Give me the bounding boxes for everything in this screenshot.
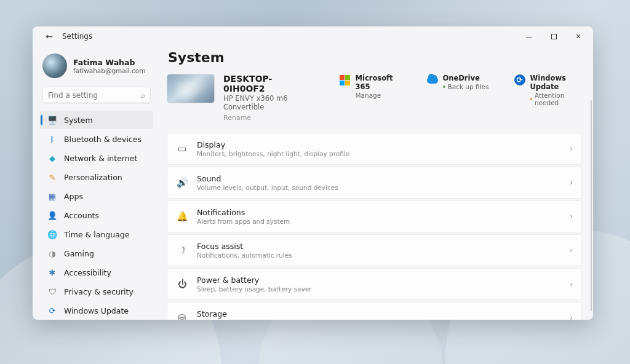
chevron-right-icon: › — [570, 246, 573, 255]
profile-block[interactable]: Fatima Wahab fatiwahab@gmail.com — [42, 53, 153, 78]
chevron-right-icon: › — [570, 280, 573, 288]
nav-item-accounts[interactable]: 👤Accounts — [40, 206, 153, 224]
status-dot-icon — [443, 85, 445, 88]
maximize-button[interactable] — [541, 28, 566, 45]
sidebar: Fatima Wahab fatiwahab@gmail.com ⌕ 🖥️Sys… — [33, 46, 161, 320]
nav-item-network-internet[interactable]: ◆Network & internet — [40, 149, 153, 167]
device-thumbnail[interactable] — [167, 74, 215, 103]
ms365-title: Microsoft 365 — [356, 74, 407, 91]
card-title: Sound — [197, 174, 338, 183]
update-sub: Attention needed — [535, 92, 582, 106]
profile-email: fatiwahab@gmail.com — [73, 67, 145, 74]
nav-item-gaming[interactable]: ◑Gaming — [40, 244, 153, 263]
chevron-right-icon: › — [570, 212, 573, 221]
card-desc: Notifications, automatic rules — [197, 251, 292, 259]
card-title: Focus assist — [197, 242, 292, 251]
status-dot-icon — [530, 98, 532, 100]
nav-icon: 🛡 — [47, 287, 57, 296]
card-title: Display — [197, 140, 349, 149]
titlebar: ← Settings — ✕ — [33, 26, 593, 46]
nav-icon: 👤 — [47, 210, 57, 220]
chevron-right-icon: › — [570, 314, 573, 320]
nav-item-personalization[interactable]: ✎Personalization — [40, 168, 153, 186]
nav-icon: 🌐 — [47, 229, 57, 239]
card-title: Power & battery — [197, 275, 311, 285]
nav-label: Apps — [64, 192, 83, 201]
card-power-battery[interactable]: ⏻Power & batterySleep, battery usage, ba… — [167, 268, 582, 300]
onedrive-sub: Back up files — [448, 83, 489, 90]
avatar — [42, 53, 67, 78]
nav-label: Privacy & security — [64, 287, 134, 296]
settings-window: ← Settings — ✕ Fatima Wahab fatiwahab@gm… — [33, 26, 593, 320]
search-box[interactable]: ⌕ — [42, 87, 151, 103]
nav-icon: ✱ — [47, 267, 57, 277]
card-icon: 🔊 — [176, 177, 188, 188]
card-desc: Storage space, drives, configuration rul… — [197, 319, 332, 320]
profile-name: Fatima Wahab — [73, 58, 145, 67]
card-desc: Sleep, battery usage, battery saver — [197, 285, 311, 293]
device-name: DESKTOP-0IH0OF2 — [223, 74, 311, 93]
main-pane: System DESKTOP-0IH0OF2 HP ENVY x360 m6 C… — [161, 46, 593, 320]
nav-label: Personalization — [64, 173, 122, 182]
nav-label: Bluetooth & devices — [64, 135, 142, 144]
minimize-button[interactable]: — — [517, 28, 541, 45]
nav-list: 🖥️SystemᛒBluetooth & devices◆Network & i… — [40, 111, 153, 320]
nav-icon: ▦ — [47, 191, 57, 201]
card-desc: Alerts from apps and system — [197, 218, 290, 225]
card-title: Storage — [197, 309, 332, 318]
status-ms365[interactable]: Microsoft 365 Manage — [340, 74, 407, 99]
nav-label: Windows Update — [64, 306, 129, 315]
card-icon: ⏻ — [176, 279, 188, 290]
chevron-right-icon: › — [570, 144, 573, 153]
nav-label: System — [64, 116, 93, 125]
nav-label: Accessibility — [64, 268, 111, 277]
page-heading: System — [168, 50, 582, 65]
ms365-icon — [340, 74, 351, 85]
rename-link[interactable]: Rename — [223, 114, 311, 122]
card-icon: 🔔 — [176, 211, 188, 222]
nav-label: Accounts — [64, 211, 99, 220]
card-icon: ⛁ — [176, 312, 188, 320]
nav-item-windows-update[interactable]: ⟳Windows Update — [40, 301, 153, 320]
nav-icon: ᛒ — [47, 134, 57, 144]
nav-item-time-language[interactable]: 🌐Time & language — [40, 225, 153, 243]
device-model: HP ENVY x360 m6 Convertible — [223, 94, 311, 111]
nav-icon: ✎ — [47, 172, 57, 182]
scrollbar[interactable] — [591, 100, 592, 311]
nav-icon: ⟳ — [47, 306, 57, 315]
nav-icon: 🖥️ — [47, 115, 57, 125]
ms365-sub: Manage — [356, 92, 407, 99]
nav-item-accessibility[interactable]: ✱Accessibility — [40, 263, 153, 282]
card-display[interactable]: ▭DisplayMonitors, brightness, night ligh… — [167, 133, 582, 165]
search-icon: ⌕ — [141, 91, 145, 100]
nav-item-bluetooth-devices[interactable]: ᛒBluetooth & devices — [40, 130, 153, 148]
card-notifications[interactable]: 🔔NotificationsAlerts from apps and syste… — [167, 200, 582, 232]
device-row: DESKTOP-0IH0OF2 HP ENVY x360 m6 Converti… — [167, 74, 582, 122]
status-onedrive[interactable]: OneDrive Back up files — [427, 74, 495, 90]
settings-cards: ▭DisplayMonitors, brightness, night ligh… — [167, 133, 582, 320]
card-sound[interactable]: 🔊SoundVolume levels, output, input, soun… — [167, 167, 582, 199]
search-input[interactable] — [48, 91, 141, 100]
nav-item-system[interactable]: 🖥️System — [40, 111, 153, 129]
card-title: Notifications — [197, 208, 290, 217]
nav-item-privacy-security[interactable]: 🛡Privacy & security — [40, 282, 153, 301]
nav-item-apps[interactable]: ▦Apps — [40, 187, 153, 205]
onedrive-title: OneDrive — [443, 74, 489, 82]
onedrive-icon — [427, 74, 438, 85]
card-focus-assist[interactable]: ☽Focus assistNotifications, automatic ru… — [167, 234, 582, 266]
update-title: Windows Update — [530, 74, 582, 91]
nav-label: Gaming — [64, 249, 94, 258]
card-icon: ☽ — [176, 245, 188, 256]
nav-icon: ◆ — [47, 153, 57, 163]
close-button[interactable]: ✕ — [566, 28, 591, 45]
card-storage[interactable]: ⛁StorageStorage space, drives, configura… — [167, 302, 582, 320]
chevron-right-icon: › — [570, 178, 573, 187]
windows-update-icon: ⟳ — [514, 74, 525, 85]
back-button[interactable]: ← — [40, 31, 58, 41]
nav-label: Network & internet — [64, 154, 137, 163]
card-desc: Volume levels, output, input, sound devi… — [197, 184, 338, 191]
card-desc: Monitors, brightness, night light, displ… — [197, 150, 349, 157]
nav-label: Time & language — [64, 230, 129, 239]
card-icon: ▭ — [176, 143, 188, 154]
status-windows-update[interactable]: ⟳ Windows Update Attention needed — [514, 74, 582, 106]
